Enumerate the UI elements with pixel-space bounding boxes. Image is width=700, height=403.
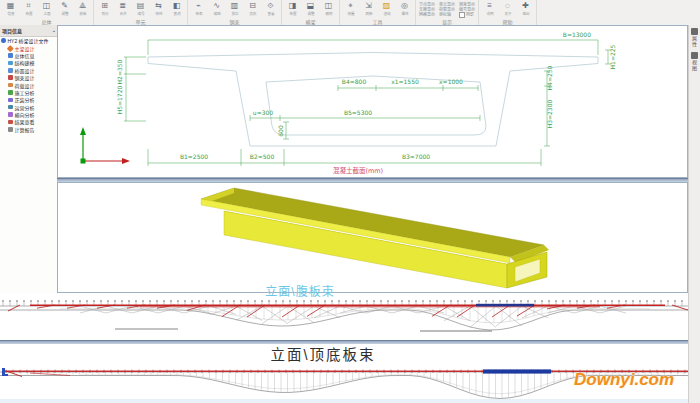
tree-item-icon: [8, 75, 13, 80]
ribbon-button-信息[interactable]: ▦信息: [3, 1, 18, 16]
tree-item-计算报告[interactable]: 计算报告: [7, 126, 57, 133]
ribbon-button-布置[interactable]: ◨布置: [285, 1, 300, 16]
ribbon-button-icon: ⌗: [26, 1, 31, 10]
tree-item-label: 施工分析: [15, 89, 35, 96]
ribbon-button-删除[interactable]: ◫删除: [321, 1, 336, 16]
right-tab-view[interactable]: 视图: [691, 52, 698, 72]
project-panel-title: 项目信息: [2, 27, 22, 34]
dim-H2: H2=350: [116, 59, 123, 84]
ribbon-button-icon: ▦: [7, 1, 15, 10]
project-tree: HY2 桥梁设计文件 主梁设计 总体信息结构建模桥面设计钢束设计荷载设计施工分析…: [0, 37, 57, 133]
ribbon-button-icon: ⬓: [307, 1, 315, 10]
ribbon-button-label: 说明: [486, 10, 493, 15]
ribbon-button-属性[interactable]: ◎属性: [397, 1, 412, 16]
dim-H4: H4=250: [546, 65, 553, 90]
display-option[interactable]: 网格显示: [419, 12, 435, 18]
ribbon-button-刷新[interactable]: ⇲刷新: [361, 1, 376, 16]
tree-selected-label: 主梁设计: [15, 45, 35, 52]
ribbon-button-关于[interactable]: ◌关于: [500, 1, 515, 16]
tree-item-label: 结果查看: [15, 118, 35, 125]
tree-item-label: 结构建模: [15, 59, 35, 66]
ribbon-button-icon: ⟁: [79, 1, 86, 10]
watermark: Downyi.com: [574, 370, 674, 390]
dim-x: x=1000: [439, 78, 463, 85]
tree-item-label: 桥面设计: [15, 67, 35, 74]
tree-item-施工分析[interactable]: 施工分析: [7, 89, 57, 96]
ribbon-button-label: 查询: [173, 10, 180, 15]
tree-item-结构建模[interactable]: 结构建模: [7, 59, 57, 66]
tree-item-icon: [8, 105, 13, 110]
ribbon-group-2: ⌁布束∿编辑▥张拉⊟损失⟐查看钢束: [188, 0, 282, 25]
ribbon-toolbar: ▦信息⌗布置◫立面✎调整⟁模板总体⊞划分≣合并▤编号⇆特性◧查询单元⌁布束∿编辑…: [0, 0, 700, 26]
ribbon-button-label: 查看: [267, 10, 274, 15]
shadow-checkbox[interactable]: 阴影: [459, 12, 475, 18]
ribbon-button-查看[interactable]: ⟐查看: [263, 1, 278, 16]
ribbon-button-label: 合并: [119, 10, 126, 15]
ribbon-button-label: 调整: [307, 10, 314, 15]
tree-item-荷载设计[interactable]: 荷载设计: [7, 81, 57, 88]
right-tab-label: 属性: [691, 36, 698, 48]
ribbon-button-立面[interactable]: ◫立面: [39, 1, 54, 16]
ribbon-button-渲染[interactable]: ▨渲染: [379, 1, 394, 16]
ribbon-button-label: 刷新: [365, 10, 372, 15]
dim-B4: B4=800: [342, 78, 367, 85]
tree-item-icon: [8, 112, 13, 117]
ribbon-button-label: 调整: [61, 10, 68, 15]
tree-item-结果查看[interactable]: 结果查看: [7, 118, 57, 125]
tree-item-横向分析[interactable]: 横向分析: [7, 111, 57, 118]
web-tendon-elevation[interactable]: [0, 296, 700, 340]
ribbon-button-调整[interactable]: ⬓调整: [303, 1, 318, 16]
dim-B1: B1=2500: [180, 153, 208, 160]
ribbon-button-label: 编号: [137, 10, 144, 15]
ribbon-button-布置[interactable]: ⌗布置: [21, 1, 36, 16]
ribbon-button-说明[interactable]: ≡说明: [482, 1, 497, 16]
ribbon-button-张拉[interactable]: ▥张拉: [227, 1, 242, 16]
ribbon-button-icon: ⊟: [249, 1, 256, 10]
ribbon-button-划分[interactable]: ⊞划分: [97, 1, 112, 16]
ribbon-button-损失[interactable]: ⊟损失: [245, 1, 260, 16]
tree-item-钢束设计[interactable]: 钢束设计: [7, 74, 57, 81]
ribbon-button-icon: ≡: [487, 1, 492, 10]
section-caption: 混凝土截面(mm): [333, 166, 383, 175]
ribbon-button-退出[interactable]: ✚退出: [518, 1, 533, 16]
ribbon-button-查询[interactable]: ◧查询: [169, 1, 184, 16]
ribbon-button-icon: ◫: [325, 1, 333, 10]
ribbon-button-label: 模板: [79, 10, 86, 15]
ribbon-button-label: 张拉: [231, 10, 238, 15]
ribbon-button-icon: ◌: [505, 1, 510, 10]
tree-item-总体信息[interactable]: 总体信息: [7, 52, 57, 59]
dim-u: u=300: [253, 109, 273, 116]
pin-icon[interactable]: ▪: [53, 28, 55, 34]
ribbon-button-label: 退出: [522, 10, 529, 15]
ribbon-group-1: ⊞划分≣合并▤编号⇆特性◧查询单元: [94, 0, 188, 25]
view-icon: [691, 52, 698, 59]
ribbon-button-特性[interactable]: ⇆特性: [151, 1, 166, 16]
dim-B: B=13000: [563, 31, 591, 38]
ribbon-button-icon: ◧: [173, 1, 181, 10]
tree-item-桥面设计[interactable]: 桥面设计: [7, 67, 57, 74]
dim-B3: B3=7000: [402, 153, 430, 160]
ribbon-button-合并[interactable]: ≣合并: [115, 1, 130, 16]
ribbon-button-label: 属性: [401, 10, 408, 15]
tree-item-正装分析[interactable]: 正装分析: [7, 96, 57, 103]
ribbon-button-模板[interactable]: ⟁模板: [75, 1, 90, 16]
ribbon-button-编辑[interactable]: ∿编辑: [209, 1, 224, 16]
ribbon-button-icon: ⌁: [196, 1, 201, 10]
right-tab-properties[interactable]: 属性: [691, 28, 698, 48]
tree-selected-item[interactable]: 主梁设计: [7, 44, 57, 51]
tree-item-运营分析[interactable]: 运营分析: [7, 104, 57, 111]
ribbon-button-icon: ◨: [289, 1, 297, 10]
project-panel: 项目信息 ▪ HY2 桥梁设计文件 主梁设计 总体信息结构建模桥面设计钢束设计荷…: [0, 25, 58, 293]
ribbon-button-编号[interactable]: ▤编号: [133, 1, 148, 16]
ribbon-button-布束[interactable]: ⌁布束: [191, 1, 206, 16]
tree-item-icon: [8, 127, 13, 132]
ribbon-button-调整[interactable]: ✎调整: [57, 1, 72, 16]
ribbon-button-测量[interactable]: ⌖测量: [343, 1, 358, 16]
display-option[interactable]: 坐标轴: [439, 12, 455, 18]
model-3d-viewport[interactable]: [57, 182, 688, 293]
slab-tendon-view-title: 立面\顶底板束: [218, 343, 428, 364]
project-icon: [1, 38, 6, 43]
cross-section-viewport[interactable]: B=13000 H2=350 H5=1720 B4=800 x1=1550 x=…: [57, 25, 688, 178]
tree-root[interactable]: HY2 桥梁设计文件: [0, 37, 57, 44]
dim-600: 600: [277, 125, 284, 137]
